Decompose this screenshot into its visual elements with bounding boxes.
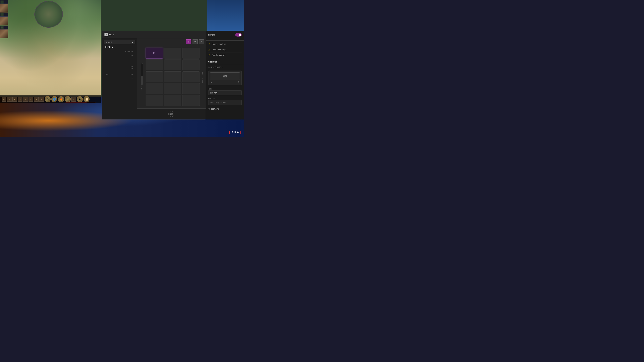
scroll-updown-label: Scroll up/down [212, 54, 225, 56]
action-icon-5[interactable]: ✖ [77, 96, 83, 102]
key-button-10[interactable] [164, 83, 182, 94]
dot [131, 74, 132, 75]
masterhub-logo-icon: M [104, 33, 108, 36]
hotkey-field-label: Hot Key [206, 97, 244, 100]
system-hotkey-label: System / Hot Key [206, 65, 244, 69]
scroll-updown-icon: ⚠ [208, 54, 210, 56]
ui-btn-k[interactable]: K [12, 97, 17, 102]
hotkey-field-placeholder: Observing strokes... [210, 101, 228, 104]
masterhub-window: M HUB Device1 ▼ profile 2 [102, 31, 206, 119]
key-dots-area [104, 49, 135, 81]
view-btn-arrow[interactable]: ▶ [199, 39, 204, 44]
action-icon-3[interactable]: 🔥 [58, 96, 64, 102]
remove-button[interactable]: 🗑 Remove [208, 108, 242, 110]
action-icon-2[interactable]: 🌀 [51, 96, 57, 102]
key-button-9[interactable] [146, 83, 163, 94]
view-btn-grid[interactable]: ⊞ [186, 39, 191, 44]
dot [132, 74, 133, 75]
portrait-2[interactable]: 🗡 [0, 13, 8, 25]
screen-capture-label: Screen Capture [212, 43, 226, 45]
coolermaster-logo: COOLERMASTER [168, 111, 174, 117]
ui-btn-esc[interactable]: ESC [2, 97, 6, 102]
key-button-11[interactable] [182, 83, 200, 94]
action-icon-6[interactable]: 📜 [84, 96, 90, 102]
left-slider[interactable] [141, 63, 143, 85]
ui-btn-i[interactable]: I [7, 97, 12, 102]
portrait-1[interactable]: 🗡 [0, 0, 8, 12]
key-button-1[interactable] [164, 48, 182, 58]
dot [131, 66, 132, 67]
settings-top: Lighting [206, 31, 244, 40]
dot [126, 51, 128, 52]
action-icon-4[interactable]: ⚡ [65, 96, 71, 102]
hotkey-field[interactable]: Observing strokes... [208, 100, 242, 105]
dot [131, 51, 132, 52]
ui-btn-2[interactable]: ② [72, 97, 76, 102]
settings-panel: Lighting ⚠ Screen Capture ⚠ Custom scali… [206, 31, 244, 119]
xda-bracket-right: ] [240, 130, 242, 134]
key-button-6[interactable] [146, 71, 163, 82]
device-name-text: Device1 [106, 41, 112, 43]
dot [128, 51, 129, 52]
dot [131, 68, 132, 69]
device-panel: Device1 ▼ profile 2 [102, 38, 137, 119]
title-field[interactable]: Hot Key [208, 90, 242, 95]
remove-text: Remove [211, 108, 219, 110]
dot [132, 55, 133, 56]
minimap [34, 1, 63, 28]
portrait-icon-2: 🗡 [0, 13, 4, 16]
key-button-0[interactable]: ⊞ [146, 48, 163, 58]
title-field-label: Title [206, 87, 244, 90]
ui-btn-g[interactable]: G [18, 97, 22, 102]
dropdown-arrow: ▼ [132, 41, 134, 43]
ui-btn-1[interactable]: ① [39, 97, 44, 102]
key-button-12[interactable] [146, 95, 163, 106]
key-button-5[interactable] [182, 59, 200, 70]
dot [132, 51, 133, 52]
trash-icon[interactable]: 🗑 [238, 81, 240, 83]
window-logo: M HUB [104, 33, 114, 36]
xda-bracket-left: [ [228, 130, 230, 134]
key-button-13[interactable] [164, 95, 182, 106]
chevron-down-icon[interactable]: ⌄ [210, 81, 212, 83]
key-button-7[interactable] [164, 71, 182, 82]
key-icon-0: ⊞ [153, 51, 155, 55]
left-slider-label: 2xRoller [141, 85, 142, 90]
key-button-2[interactable] [182, 48, 200, 58]
key-grid-panel: ⊞ ⧉ ▶ 2xRoller ⊞ [137, 38, 206, 119]
dot [132, 78, 133, 78]
dots-group-mid [131, 55, 133, 56]
portrait-icon-3: 🗡 [0, 26, 4, 29]
minimap-overlay [35, 1, 62, 27]
screen-capture-icon: ⚠ [208, 43, 210, 45]
dots-group-top [125, 51, 133, 52]
window-body: Device1 ▼ profile 2 [102, 38, 206, 119]
key-grid-body: 2xRoller ⊞ [137, 45, 206, 108]
window-footer: COOLERMASTER [137, 108, 206, 119]
right-side-label: 15xKey IPS Display [200, 47, 204, 107]
key-button-3[interactable] [146, 59, 163, 70]
keyboard-icon-area: ⌨ ⌄ 🗑 [208, 70, 242, 85]
dot [108, 74, 108, 75]
ui-btn-m[interactable]: M [23, 97, 28, 102]
portraits-panel: 🗡 🗡 🗡 [0, 0, 9, 40]
keys-container: ⊞ [145, 47, 200, 107]
ui-btn-l[interactable]: L [28, 97, 33, 102]
dot [131, 55, 132, 56]
view-btn-split[interactable]: ⧉ [192, 39, 198, 44]
profile-name: profile 2 [104, 45, 135, 49]
key-button-4[interactable] [164, 59, 182, 70]
lighting-toggle[interactable] [235, 33, 242, 36]
key-button-8[interactable] [182, 71, 200, 82]
action-icon-1[interactable]: ⚙ [44, 96, 51, 102]
portrait-3[interactable]: 🗡 [0, 26, 8, 38]
window-header: M HUB [102, 31, 206, 38]
portrait-icon-1: 🗡 [0, 0, 4, 3]
device-select[interactable]: Device1 ▼ [104, 40, 135, 44]
screen-capture-item[interactable]: ⚠ Screen Capture [208, 41, 242, 47]
scroll-updown-item[interactable]: ⚠ Scroll up/down [208, 52, 242, 58]
key-button-14[interactable] [182, 95, 200, 106]
ui-btn-x[interactable]: X [34, 97, 38, 102]
dot [129, 51, 130, 52]
custom-scaling-item[interactable]: ⚠ Custom scaling [208, 47, 242, 52]
